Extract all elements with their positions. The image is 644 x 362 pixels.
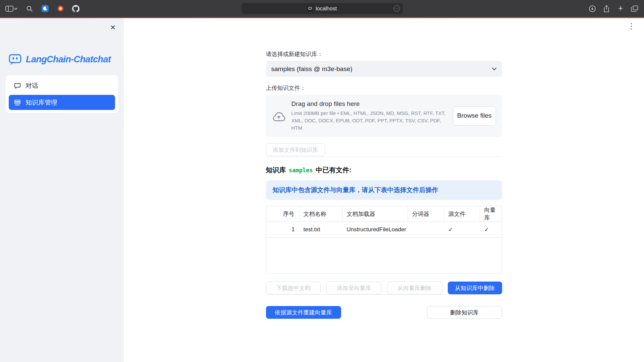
sidebar-item-knowledge-base[interactable]: 知识库管理 (9, 95, 115, 110)
download-selected-button[interactable]: 下载选中文档 (266, 282, 321, 294)
toolbar-left-group (5, 4, 80, 13)
table-header-loader[interactable]: 文档加载器 (342, 206, 408, 222)
github-extension-icon[interactable] (72, 4, 80, 13)
table-header-row: 序号 文档名称 文档加载器 分词器 源文件 向量库 (266, 206, 502, 222)
cell-source-file-check: ✓ (444, 222, 480, 237)
add-files-to-kb-button[interactable]: 添加文件到知识库 (266, 143, 325, 156)
app-logo-text: LangChain-Chatchat (26, 54, 111, 65)
sidebar-item-label: 对话 (25, 81, 38, 90)
app-logo: LangChain-Chatchat (8, 52, 124, 66)
cloud-upload-icon (272, 111, 285, 121)
address-text: localhost (316, 6, 337, 12)
toolbar-right-group: + (588, 4, 639, 13)
kb-selected-value: samples (faiss @ m3e-base) (271, 65, 353, 73)
table-header-source-file[interactable]: 源文件 (444, 206, 480, 222)
divider (266, 294, 502, 295)
app-logo-icon (8, 52, 22, 66)
rebuild-vectorstore-button[interactable]: 依据源文件重建向量库 (266, 306, 341, 319)
kb-selectbox[interactable]: samples (faiss @ m3e-base) (266, 61, 502, 77)
extension-blue-icon[interactable] (41, 4, 49, 13)
table-header-doc-name[interactable]: 文档名称 (299, 206, 342, 222)
site-favicon (307, 6, 313, 11)
downloads-icon[interactable] (588, 4, 596, 13)
heading-suffix: 中已有文件: (316, 166, 352, 174)
table-header-index[interactable]: 序号 (266, 206, 299, 222)
table-row[interactable]: 1 test.txt UnstructuredFileLoader ✓ ✓ (266, 222, 502, 238)
main-content: ⋮ 请选择或新建知识库： samples (faiss @ m3e-base) … (124, 18, 644, 362)
table-empty-area (266, 238, 502, 273)
extension-orange-icon[interactable] (56, 4, 64, 13)
chevron-down-icon (492, 67, 497, 70)
upload-label: 上传知识文件： (266, 84, 502, 92)
table-header-vector-store[interactable]: 向量库 (480, 206, 502, 222)
cell-index: 1 (266, 222, 299, 237)
app-menu-kebab-icon[interactable]: ⋮ (626, 21, 637, 31)
screen: localhost ⋯ + ✕ (0, 0, 644, 362)
knowledge-base-icon (14, 99, 21, 106)
info-banner: 知识库中包含源文件与向量库，请从下表中选择文件后操作 (266, 180, 502, 200)
address-bar[interactable]: localhost ⋯ (241, 3, 403, 14)
divider (266, 156, 502, 157)
delete-from-kb-button[interactable]: 从知识库中删除 (448, 282, 502, 294)
table-action-buttons: 下载选中文档 添加至向量库 从向量库删除 从知识库中删除 (266, 282, 502, 294)
sidebar-menu: 对话 知识库管理 (6, 75, 118, 113)
sidebar: ✕ LangChain-Chatchat (0, 18, 124, 362)
kb-files-heading: 知识库 samples 中已有文件: (266, 166, 502, 175)
cell-loader: UnstructuredFileLoader (342, 222, 408, 237)
browser-toolbar: localhost ⋯ + (0, 0, 644, 17)
delete-kb-button[interactable]: 删除知识库 (427, 306, 502, 319)
dropzone-limit-text: Limit 200MB per file • EML, HTML, JSON, … (291, 110, 447, 131)
page-settings-icon[interactable]: ⋯ (393, 5, 400, 12)
sidebar-item-dialogue[interactable]: 对话 (9, 78, 115, 93)
page-body: ✕ LangChain-Chatchat (0, 18, 644, 362)
bottom-buttons: 依据源文件重建向量库 删除知识库 (266, 306, 502, 319)
kb-files-table: 序号 文档名称 文档加载器 分词器 源文件 向量库 1 test.txt Uns… (266, 206, 502, 274)
sidebar-chevron-icon[interactable] (13, 4, 18, 13)
chat-bubble-icon (14, 82, 21, 89)
sidebar-toggle-icon[interactable] (5, 4, 13, 13)
remove-from-vectorstore-button[interactable]: 从向量库删除 (387, 282, 442, 294)
kb-select-label: 请选择或新建知识库： (266, 50, 502, 58)
heading-prefix: 知识库 (266, 166, 286, 174)
sidebar-item-label: 知识库管理 (25, 98, 57, 107)
sidebar-close-icon[interactable]: ✕ (109, 22, 117, 33)
dropzone-title: Drag and drop files here (291, 100, 447, 108)
content-column: 请选择或新建知识库： samples (faiss @ m3e-base) 上传… (266, 18, 502, 319)
dropzone-text: Drag and drop files here Limit 200MB per… (291, 100, 447, 131)
file-dropzone[interactable]: Drag and drop files here Limit 200MB per… (266, 95, 502, 137)
cell-doc-name: test.txt (299, 222, 342, 237)
table-header-splitter[interactable]: 分词器 (408, 206, 444, 222)
add-to-vectorstore-button[interactable]: 添加至向量库 (326, 282, 381, 294)
cell-vector-store-check: ✓ (480, 222, 502, 237)
new-tab-icon[interactable]: + (616, 4, 625, 12)
tab-overview-icon[interactable] (631, 4, 639, 13)
share-icon[interactable] (602, 4, 610, 13)
browse-files-button[interactable]: Browse files (453, 106, 496, 126)
search-icon[interactable] (25, 4, 34, 13)
heading-kb-name-code: samples (288, 167, 314, 174)
cell-splitter (408, 222, 444, 237)
